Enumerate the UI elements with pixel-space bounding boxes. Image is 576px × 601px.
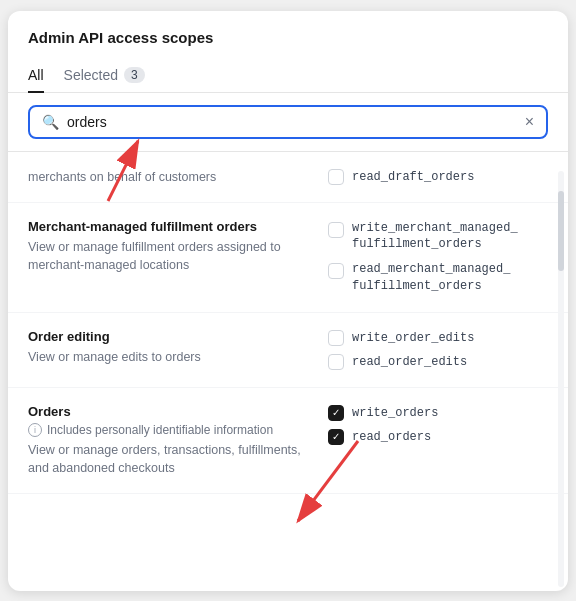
info-icon: i (28, 423, 42, 437)
admin-api-panel: Admin API access scopes All Selected 3 🔍… (8, 11, 568, 591)
scrollbar-track (558, 171, 564, 587)
scope-label: read_orders (352, 430, 431, 444)
read-order-edits-checkbox[interactable] (328, 354, 344, 370)
write-order-edits-checkbox[interactable] (328, 330, 344, 346)
scope-row: read_order_edits (328, 353, 548, 371)
panel-title: Admin API access scopes (28, 29, 548, 46)
section-title: Order editing (28, 329, 308, 344)
scopes-list: merchants on behalf of customers read_dr… (8, 152, 568, 495)
tab-all[interactable]: All (28, 59, 44, 93)
read-orders-checkbox[interactable] (328, 429, 344, 445)
search-input[interactable] (67, 114, 517, 130)
section-desc: View or manage orders, transactions, ful… (28, 441, 308, 477)
scope-row: read_merchant_managed_fulfillment_orders (328, 260, 548, 296)
section-title: Merchant-managed fulfillment orders (28, 219, 308, 234)
write-merchant-managed-checkbox[interactable] (328, 222, 344, 238)
scope-label: read_order_edits (352, 355, 467, 369)
scope-row: write_order_edits (328, 329, 548, 347)
scope-label: read_merchant_managed_fulfillment_orders (352, 261, 510, 295)
clear-search-button[interactable]: × (525, 114, 534, 130)
section-title: Orders (28, 404, 308, 419)
section-order-editing: Order editing View or manage edits to or… (8, 313, 568, 388)
tabs-bar: All Selected 3 (8, 58, 568, 93)
search-box: 🔍 × (28, 105, 548, 139)
section-desc: View or manage edits to orders (28, 348, 308, 366)
scope-label: read_draft_orders (352, 170, 474, 184)
scope-label: write_orders (352, 406, 438, 420)
read-draft-orders-checkbox[interactable] (328, 169, 344, 185)
scope-row: write_orders (328, 404, 548, 422)
scope-label: write_order_edits (352, 331, 474, 345)
read-merchant-managed-checkbox[interactable] (328, 263, 344, 279)
tab-selected[interactable]: Selected 3 (64, 59, 145, 93)
scope-row: write_merchant_managed_fulfillment_order… (328, 219, 548, 255)
scrollbar-thumb[interactable] (558, 191, 564, 271)
section-merchant-customers: merchants on behalf of customers read_dr… (8, 152, 568, 203)
search-wrapper: 🔍 × (8, 93, 568, 152)
scope-row: read_draft_orders (328, 168, 548, 186)
panel-header: Admin API access scopes All Selected 3 (8, 11, 568, 93)
write-orders-checkbox[interactable] (328, 405, 344, 421)
section-info: i Includes personally identifiable infor… (28, 423, 308, 437)
selected-badge: 3 (124, 67, 145, 83)
scope-row: read_orders (328, 428, 548, 446)
section-desc: View or manage fulfillment orders assign… (28, 238, 308, 274)
section-merchant-fulfillment: Merchant-managed fulfillment orders View… (8, 203, 568, 313)
section-info-text: Includes personally identifiable informa… (47, 423, 273, 437)
section-orders: Orders i Includes personally identifiabl… (8, 388, 568, 494)
section-desc: merchants on behalf of customers (28, 168, 308, 186)
search-icon: 🔍 (42, 114, 59, 130)
scope-label: write_merchant_managed_fulfillment_order… (352, 220, 518, 254)
